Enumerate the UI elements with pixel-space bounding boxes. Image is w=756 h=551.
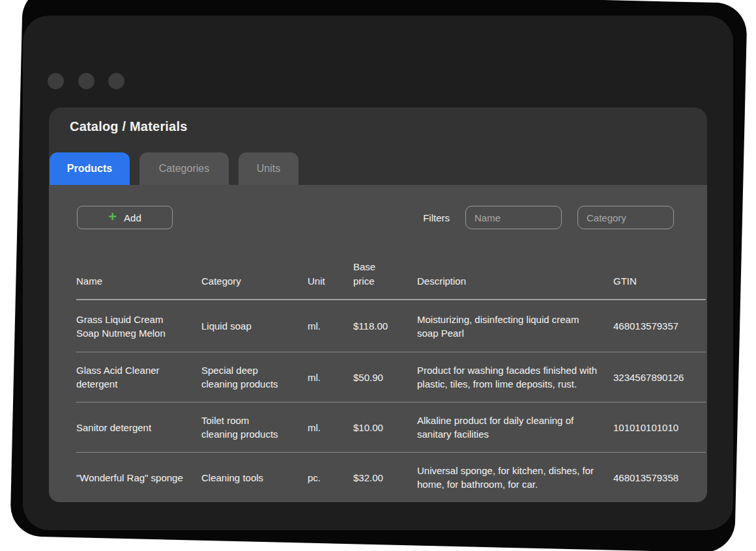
col-header-description: Description [417,274,613,299]
category-filter-input[interactable] [577,206,674,229]
products-table: Name Category Unit Base price Descriptio… [76,254,706,502]
cell-unit: pc. [308,471,353,485]
cell-price: $118.00 [353,319,417,333]
cell-name: Grass Liquid Cream Soap Nutmeg Melon [76,313,187,340]
table-row[interactable]: Grass Liquid Cream Soap Nutmeg Melon Liq… [76,300,706,352]
cell-unit: ml. [308,371,353,384]
window-dot-2[interactable] [78,73,94,89]
table-row[interactable]: Glass Acid Cleaner detergent Special dee… [76,352,706,403]
table-row[interactable]: "Wonderful Rag" sponge Cleaning tools pc… [76,453,706,502]
add-button[interactable]: + Add [77,206,173,229]
tab-products[interactable]: Products [50,152,130,185]
window-dot-3[interactable] [108,73,124,89]
page: Catalog / Materials Products Categories … [0,0,756,551]
cell-category: Liquid soap [201,319,285,333]
cell-price: $10.00 [353,421,417,434]
cell-name: Sanitor detergent [76,421,187,434]
cell-gtin: 468013579358 [613,471,706,485]
filters-label: Filters [417,212,450,223]
cell-gtin: 101010101010 [613,421,706,434]
page-title: Catalog / Materials [70,119,188,134]
table-row[interactable]: Sanitor detergent Toilet room cleaning p… [76,403,706,453]
col-header-unit: Unit [308,274,353,299]
cell-price: $32.00 [353,471,417,485]
cell-name: "Wonderful Rag" sponge [76,471,187,485]
cell-category: Special deep cleaning products [201,363,285,391]
cell-description: Product for washing facades finished wit… [417,363,598,391]
cell-category: Toilet room cleaning products [201,414,285,441]
tab-units[interactable]: Units [239,152,298,185]
col-header-category: Category [201,274,308,299]
table-header-row: Name Category Unit Base price Descriptio… [76,254,706,300]
cell-gtin: 468013579357 [613,319,706,333]
cell-unit: ml. [308,319,353,333]
cell-price: $50.90 [353,371,417,384]
cell-name: Glass Acid Cleaner detergent [76,363,187,391]
tab-categories[interactable]: Categories [139,152,229,185]
cell-gtin: 3234567890126 [613,371,706,384]
window-dot-1[interactable] [48,73,64,89]
plus-icon: + [108,210,117,224]
col-header-base-price: Base price [353,260,417,299]
cell-category: Cleaning tools [201,471,285,485]
name-filter-input[interactable] [465,206,562,229]
cell-description: Universal sponge, for kitchen, dishes, f… [417,464,598,491]
cell-description: Alkaline product for daily cleaning of s… [417,414,598,441]
cell-description: Moisturizing, disinfecting liquid cream … [417,313,598,340]
col-header-gtin: GTIN [613,274,706,299]
cell-unit: ml. [308,421,353,434]
add-button-label: Add [124,212,141,223]
col-header-name: Name [76,274,201,299]
